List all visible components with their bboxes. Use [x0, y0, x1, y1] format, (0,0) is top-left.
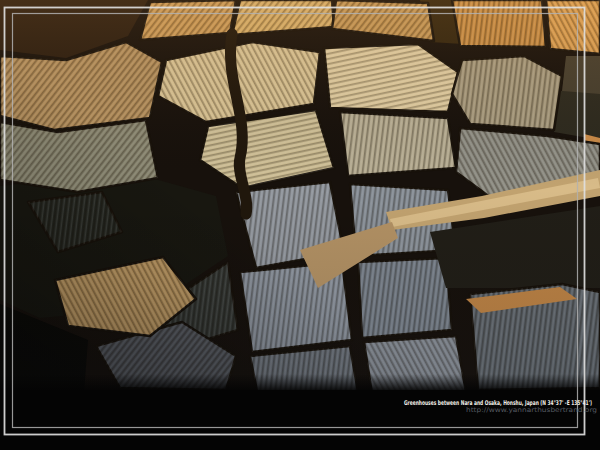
aerial-photo: Greenhouses between Nara and Osaka, Hons…	[0, 0, 600, 450]
wallpaper: Greenhouses between Nara and Osaka, Hons…	[0, 0, 600, 450]
credit-url-text: http://www.yannarthusbertrand.org	[466, 406, 597, 414]
bottom-fade	[0, 374, 600, 392]
